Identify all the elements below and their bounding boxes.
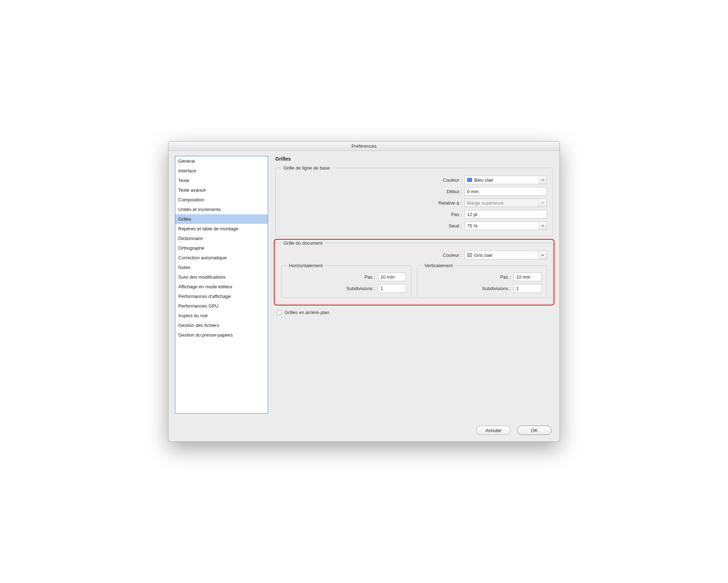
window-titlebar: Préférences [169, 142, 559, 151]
baseline-seuil-label: Seuil : [449, 223, 462, 229]
sidebar-item[interactable]: Dictionnaire [175, 234, 268, 243]
sidebar-item[interactable]: Orthographe [175, 243, 268, 253]
horizontal-group: Horizontalement Pas : 10 mm Subdivisions… [281, 263, 411, 298]
docgrid-color-label: Couleur : [443, 253, 462, 258]
sidebar-item[interactable]: Gestion des fichiers [175, 320, 268, 330]
v-pas-label: Pas : [500, 274, 511, 280]
sidebar-item[interactable]: Aspect du noir [175, 311, 268, 320]
sidebar-item[interactable]: Repères et table de montage [175, 224, 268, 234]
sidebar-item[interactable]: Grilles [175, 214, 268, 224]
sidebar: GénéralInterfaceTexteTexte avancéComposi… [175, 156, 268, 413]
sidebar-item[interactable]: Suivi des modifications [175, 272, 268, 282]
sidebar-item[interactable]: Performances d'affichage [175, 292, 268, 301]
chevron-down-icon [539, 251, 547, 259]
vertical-group: Verticalement Pas : 10 mm Subdivisions :… [417, 263, 547, 298]
docgrid-color-select[interactable]: Gris clair [465, 251, 547, 259]
window-content: GénéralInterfaceTexteTexte avancéComposi… [169, 151, 559, 420]
baseline-relative-select[interactable]: Marge supérieure [465, 199, 547, 207]
dialog-buttons: Annuler OK [169, 420, 559, 441]
sidebar-item[interactable]: Unités et incréments [175, 205, 268, 214]
cancel-button[interactable]: Annuler [476, 426, 511, 435]
sidebar-item[interactable]: Affichage en mode éditeur [175, 282, 268, 292]
chevron-down-icon [539, 176, 547, 184]
sidebar-item[interactable]: Performances GPU [175, 301, 268, 311]
document-grid-legend: Grille du document [281, 240, 325, 246]
baseline-start-input[interactable]: 0 mm [465, 187, 547, 196]
h-sub-label: Subdivisions : [346, 286, 375, 291]
sidebar-item[interactable]: Général [175, 156, 268, 166]
h-pas-label: Pas : [364, 274, 375, 280]
v-sub-input[interactable]: 1 [514, 284, 542, 293]
sidebar-item[interactable]: Composition [175, 195, 268, 205]
baseline-pas-input[interactable]: 12 pt [465, 210, 547, 219]
baseline-relative-value: Marge supérieure [467, 200, 504, 206]
baseline-grid-group: Grille de ligne de base Couleur : Bleu c… [275, 165, 553, 236]
sidebar-item[interactable]: Interface [175, 166, 268, 176]
sidebar-item[interactable]: Texte avancé [175, 185, 268, 195]
chevron-down-icon [539, 199, 547, 207]
baseline-relative-label: Relative à : [438, 200, 462, 206]
h-sub-input[interactable]: 1 [378, 284, 406, 293]
v-sub-label: Subdivisions : [482, 286, 511, 291]
baseline-color-label: Couleur : [443, 177, 462, 183]
chevron-down-icon [539, 222, 547, 230]
grids-back-checkbox[interactable] [277, 310, 282, 315]
docgrid-color-value: Gris clair [474, 253, 492, 258]
main-panel: Grilles Grille de ligne de base Couleur … [275, 156, 553, 413]
h-pas-input[interactable]: 10 mm [378, 273, 406, 281]
sidebar-item[interactable]: Notes [175, 263, 268, 272]
swatch-icon [467, 253, 472, 257]
grids-back-row[interactable]: Grilles en arrière-plan [277, 310, 553, 315]
swatch-icon [467, 178, 472, 182]
baseline-seuil-select[interactable]: 75 % [465, 221, 547, 230]
baseline-color-select[interactable]: Bleu clair [465, 176, 547, 184]
window-title: Préférences [351, 143, 377, 149]
baseline-start-label: Début : [447, 189, 462, 194]
grids-back-label: Grilles en arrière-plan [285, 310, 329, 315]
sidebar-item[interactable]: Correction automatique [175, 253, 268, 263]
sidebar-item[interactable]: Gestion du presse-papiers [175, 330, 268, 340]
horizontal-legend: Horizontalement [287, 263, 325, 268]
baseline-pas-label: Pas : [451, 212, 462, 217]
baseline-color-value: Bleu clair [474, 177, 493, 183]
v-pas-input[interactable]: 10 mm [514, 273, 542, 281]
document-grid-group: Grille du document Couleur : Gris clair … [275, 240, 553, 304]
page-title: Grilles [275, 156, 553, 162]
ok-button[interactable]: OK [517, 426, 552, 435]
sidebar-item[interactable]: Texte [175, 176, 268, 185]
baseline-seuil-value: 75 % [467, 223, 478, 229]
vertical-legend: Verticalement [422, 263, 455, 268]
preferences-window: Préférences GénéralInterfaceTexteTexte a… [168, 141, 560, 442]
baseline-grid-legend: Grille de ligne de base [281, 165, 332, 171]
